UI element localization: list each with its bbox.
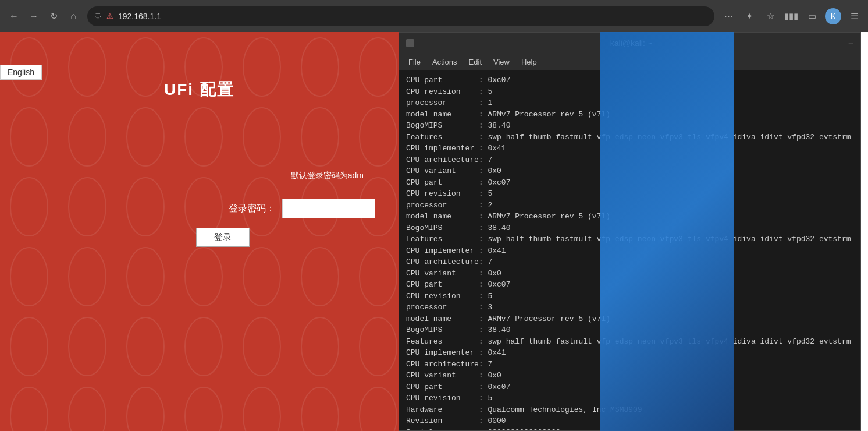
- menu-actions[interactable]: Actions: [428, 56, 462, 68]
- refresh-button[interactable]: ↻: [45, 8, 62, 24]
- menu-edit[interactable]: Edit: [464, 56, 486, 68]
- login-button-row: 登录: [70, 228, 375, 247]
- bookmark-button[interactable]: ☆: [762, 8, 778, 24]
- browser-sidebar-panel: [600, 32, 734, 431]
- home-button[interactable]: ⌂: [65, 8, 81, 24]
- pocket-button[interactable]: ✦: [741, 8, 757, 24]
- layout-button[interactable]: ▭: [804, 8, 820, 24]
- menu-file[interactable]: File: [404, 56, 425, 68]
- login-button[interactable]: 登录: [196, 228, 250, 247]
- default-password-hint: 默认登录密码为adm: [23, 171, 375, 181]
- profile-avatar[interactable]: K: [825, 8, 841, 24]
- menu-button[interactable]: ☰: [846, 8, 862, 24]
- address-input[interactable]: [118, 12, 707, 21]
- login-password-label: 登录密码：: [229, 203, 275, 215]
- terminal-minimize-button[interactable]: −: [848, 38, 853, 48]
- login-row: 登录密码：: [23, 199, 375, 218]
- web-page: English UFi 配置 默认登录密码为adm 登录密码： 登录: [0, 32, 399, 431]
- address-bar-container: 🛡 ⚠: [87, 6, 714, 26]
- bookmarks-sidebar-button[interactable]: ▮▮▮: [783, 8, 799, 24]
- browser-toolbar: ← → ↻ ⌂ 🛡 ⚠ ⋯ ✦ ☆ ▮▮▮ ▭ K ☰: [0, 0, 868, 32]
- shield-icon: 🛡: [94, 12, 102, 20]
- more-button[interactable]: ⋯: [720, 8, 737, 24]
- main-content: English UFi 配置 默认登录密码为adm 登录密码： 登录 kali@…: [0, 32, 734, 431]
- terminal-window-button[interactable]: [406, 39, 414, 47]
- nav-buttons: ← → ↻ ⌂: [6, 8, 81, 24]
- login-section: 默认登录密码为adm 登录密码： 登录: [0, 171, 399, 247]
- menu-view[interactable]: View: [489, 56, 514, 68]
- forward-button[interactable]: →: [26, 8, 42, 24]
- menu-help[interactable]: Help: [517, 56, 542, 68]
- back-button[interactable]: ←: [6, 8, 22, 24]
- warning-icon: ⚠: [106, 12, 113, 20]
- password-input[interactable]: [282, 199, 375, 218]
- english-language-button[interactable]: English: [0, 65, 42, 80]
- page-title: UFi 配置: [0, 79, 399, 101]
- toolbar-right: ⋯ ✦ ☆ ▮▮▮ ▭ K ☰: [720, 8, 862, 24]
